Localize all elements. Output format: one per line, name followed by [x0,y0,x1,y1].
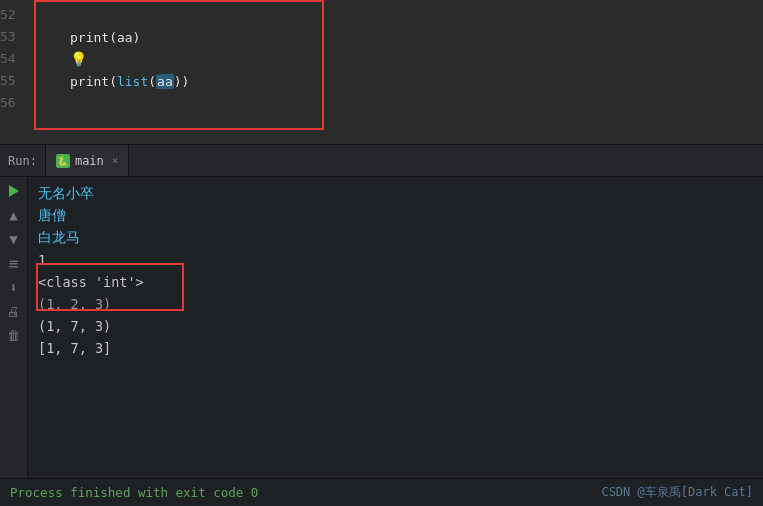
scroll-bottom-button[interactable]: ⬇ [4,277,24,297]
output-line-4: 1 [38,249,753,271]
status-bar: Process finished with exit code 0 CSDN @… [0,478,763,506]
output-line-5: <class 'int'> [38,271,753,293]
console-area: Run: 🐍 main × ▲ ▼ ≡ ⬇ 🖨 🗑 无名小卒 唐僧 白龙马 [0,145,763,506]
code-token-highlight: aa [156,74,174,89]
line-number: 52 [0,4,32,26]
line-number: 53 [0,26,32,48]
play-arrow-icon [9,185,19,197]
code-line-53: print (aa) [46,26,763,48]
indent [46,8,70,23]
code-body: print (aa) 💡 print ( list ( aa )) [38,0,763,144]
run-label: Run: [0,145,46,176]
console-toolbar: ▲ ▼ ≡ ⬇ 🖨 🗑 [0,177,28,478]
code-token: (aa) [109,30,140,45]
tab-close-button[interactable]: × [112,154,119,167]
print-button[interactable]: 🖨 [4,301,24,321]
code-token: ( [109,74,117,89]
code-token: print [70,30,109,45]
python-icon: 🐍 [56,154,70,168]
output-line-3: 白龙马 [38,227,753,249]
output-line-7: (1, 7, 3) [38,315,753,337]
output-line-1: 无名小卒 [38,183,753,205]
indent [46,96,70,111]
code-line-54: 💡 [46,48,763,70]
wrap-button[interactable]: ≡ [4,253,24,273]
scroll-up-button[interactable]: ▲ [4,205,24,225]
scroll-down-button[interactable]: ▼ [4,229,24,249]
attribution: CSDN @车泉禹[Dark Cat] [601,484,753,501]
output-line-2: 唐僧 [38,205,753,227]
tab-main[interactable]: 🐍 main × [46,145,130,176]
line-number [0,114,32,136]
tab-label: main [75,154,104,168]
code-token: list [117,74,148,89]
exit-status: Process finished with exit code 0 [10,485,258,500]
tab-bar: Run: 🐍 main × [0,145,763,177]
code-token: ( [148,74,156,89]
bulb-icon: 💡 [70,51,87,67]
console-output: 无名小卒 唐僧 白龙马 1 <class 'int'> (1, 2, 3) (1… [28,177,763,478]
code-token: )) [174,74,190,89]
line-number: 55 [0,70,32,92]
code-line-55: print ( list ( aa )) [46,70,763,92]
indent [46,52,70,67]
indent [46,74,70,89]
code-editor: 52 53 54 55 56 print (aa) 💡 print ( [0,0,763,145]
indent [46,30,70,45]
line-number: 56 [0,92,32,114]
console-body: ▲ ▼ ≡ ⬇ 🖨 🗑 无名小卒 唐僧 白龙马 1 <class 'int'> … [0,177,763,478]
line-number: 54 [0,48,32,70]
code-token: print [70,74,109,89]
clear-button[interactable]: 🗑 [4,325,24,345]
line-numbers: 52 53 54 55 56 [0,0,38,144]
output-line-8: [1, 7, 3] [38,337,753,359]
output-line-6: (1, 2, 3) [38,293,753,315]
code-line-56 [46,92,763,114]
play-indicator [4,181,24,201]
code-line-52 [46,4,763,26]
